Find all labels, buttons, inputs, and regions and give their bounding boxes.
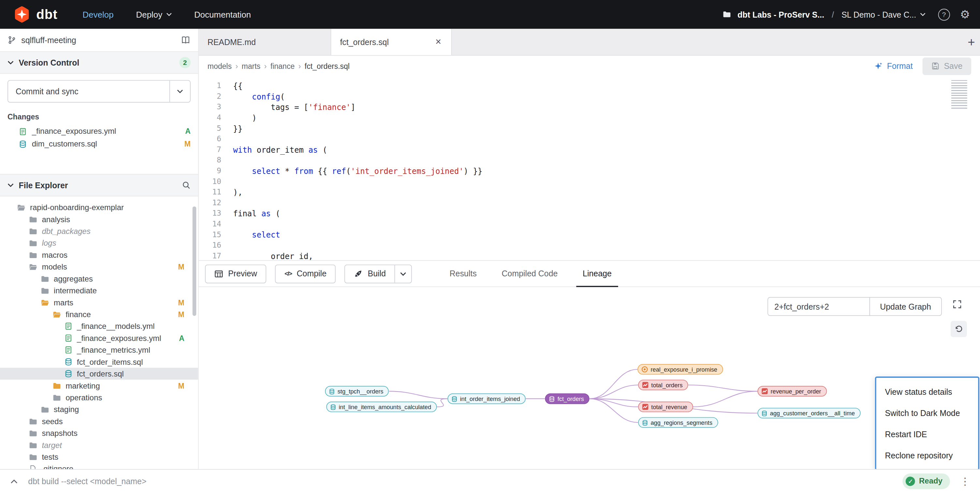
project-selector[interactable]: SL Demo - Dave C...: [842, 10, 926, 19]
tree-item-rapid-onboarding-exemplar[interactable]: rapid-onboarding-exemplar: [0, 201, 198, 213]
build-button[interactable]: Build: [345, 265, 395, 283]
git-status-badge: A: [185, 127, 191, 136]
tree-item-operations[interactable]: operations: [0, 391, 198, 403]
lineage-node-agg_customer_orders__all_time[interactable]: agg_customer_orders__all_time: [758, 408, 861, 419]
kebab-menu-icon[interactable]: ⋮: [960, 475, 970, 487]
nav-documentation[interactable]: Documentation: [194, 10, 251, 19]
folder-open-icon: [41, 298, 49, 307]
close-icon[interactable]: ×: [434, 36, 443, 48]
lineage-node-stg_tpch__orders[interactable]: stg_tpch__orders: [325, 386, 389, 397]
tab-readme[interactable]: README.md: [199, 29, 331, 55]
nav-deploy[interactable]: Deploy: [136, 10, 172, 19]
menu-item-restart-ide[interactable]: Restart IDE: [876, 423, 978, 445]
chevron-down-icon: [8, 61, 14, 65]
tree-item-_finance__models.yml[interactable]: _finance__models.yml: [0, 320, 198, 332]
chevron-down-icon: [166, 13, 172, 16]
tree-item-seeds[interactable]: seeds: [0, 415, 198, 427]
lineage-node-revenue_per_order[interactable]: revenue_per_order: [758, 386, 827, 397]
changed-file-dim_customers.sql[interactable]: dim_customers.sqlM: [0, 138, 198, 150]
tab-compiled-code[interactable]: Compiled Code: [500, 261, 559, 286]
fullscreen-icon[interactable]: [953, 300, 962, 309]
folder-icon: [29, 417, 38, 426]
tree-item-fct_order_items.sql[interactable]: fct_order_items.sql: [0, 356, 198, 368]
lineage-node-agg_regions_segments[interactable]: agg_regions_segments: [638, 417, 718, 428]
build-options-caret[interactable]: [395, 265, 411, 283]
line-number: 9: [199, 166, 221, 177]
tree-item-snapshots[interactable]: snapshots: [0, 427, 198, 439]
tab-lineage[interactable]: Lineage: [581, 261, 612, 286]
build-label: Build: [368, 269, 386, 278]
reset-view-icon[interactable]: [951, 321, 967, 337]
breadcrumb-row: models›marts›finance›fct_orders.sql Form…: [199, 56, 980, 76]
minimap[interactable]: [951, 80, 972, 109]
search-icon[interactable]: [182, 181, 191, 190]
help-icon[interactable]: ?: [938, 8, 950, 20]
account-selector[interactable]: dbt Labs - ProServ S...: [737, 10, 824, 19]
tree-item-analysis[interactable]: analysis: [0, 213, 198, 225]
commit-options-caret[interactable]: [170, 81, 190, 102]
tree-item-aggregates[interactable]: aggregates: [0, 273, 198, 284]
version-control-body: Commit and sync Changes _finance_exposur…: [0, 74, 198, 174]
lineage-selector-input[interactable]: 2+fct_orders+2: [767, 297, 870, 316]
tree-item-intermediate[interactable]: intermediate: [0, 284, 198, 296]
code-line: 6: [199, 134, 980, 145]
tree-item-.gitignore[interactable]: .gitignore: [0, 463, 198, 469]
tree-item-staging[interactable]: staging: [0, 404, 198, 415]
lineage-node-int_line_items_amounts_calculated[interactable]: int_line_items_amounts_calculated: [326, 402, 437, 412]
commit-button-label: Commit and sync: [8, 81, 170, 102]
tree-item-marts[interactable]: martsM: [0, 297, 198, 308]
version-control-title: Version Control: [19, 58, 80, 67]
nav-develop[interactable]: Develop: [83, 10, 113, 19]
breadcrumb-item-models[interactable]: models: [207, 62, 231, 70]
file-explorer-header[interactable]: File Explorer: [0, 174, 198, 196]
code-line: 12: [199, 198, 980, 208]
compile-button[interactable]: </> Compile: [275, 264, 336, 283]
dbt-logo[interactable]: dbt: [13, 5, 57, 24]
version-control-header[interactable]: Version Control 2: [0, 51, 198, 74]
breadcrumb-item-finance[interactable]: finance: [270, 62, 295, 70]
breadcrumb-item-marts[interactable]: marts: [242, 62, 261, 70]
command-input[interactable]: dbt build --select <model_name>: [28, 476, 892, 486]
menu-item-view-status-details[interactable]: View status details: [876, 381, 978, 402]
tree-item-models[interactable]: modelsM: [0, 261, 198, 272]
tree-item-tests[interactable]: tests: [0, 451, 198, 463]
docs-book-icon[interactable]: [181, 35, 191, 45]
commit-and-sync-button[interactable]: Commit and sync: [8, 80, 191, 102]
code-editor[interactable]: 1{{2 config(3 tags = ['finance']4 )5}}67…: [199, 76, 980, 260]
file-tree-scrollbar[interactable]: [192, 206, 196, 316]
lineage-node-total_orders[interactable]: total_orders: [638, 380, 688, 391]
menu-item-reclone-repository[interactable]: Reclone repository: [876, 445, 978, 466]
lineage-canvas[interactable]: stg_tpch__ordersint_line_items_amounts_c…: [199, 287, 980, 469]
new-tab-button[interactable]: +: [967, 29, 975, 55]
save-button[interactable]: Save: [923, 57, 971, 75]
tree-item-_finance_metrics.yml[interactable]: _finance_metrics.yml: [0, 344, 198, 356]
folder-open-icon: [17, 203, 26, 212]
update-graph-button[interactable]: Update Graph: [869, 297, 942, 316]
folder-icon: [29, 452, 38, 461]
panel-actions-row: Preview </> Compile Build: [199, 261, 980, 287]
line-number: 14: [199, 219, 221, 230]
format-button[interactable]: Format: [874, 61, 913, 71]
tree-item-_finance_exposures.yml[interactable]: _finance_exposures.ymlA: [0, 332, 198, 344]
lineage-node-total_revenue[interactable]: total_revenue: [638, 402, 693, 412]
tree-item-finance[interactable]: financeM: [0, 308, 198, 320]
tab-results[interactable]: Results: [448, 261, 478, 286]
file-explorer-title: File Explorer: [19, 181, 68, 190]
tree-item-fct_orders.sql[interactable]: fct_orders.sql: [0, 368, 198, 379]
tree-item-macros[interactable]: macros: [0, 249, 198, 261]
tree-item-marketing[interactable]: marketingM: [0, 380, 198, 391]
preview-button[interactable]: Preview: [205, 264, 266, 283]
gear-icon[interactable]: ⚙: [960, 9, 970, 20]
menu-item-switch-to-dark-mode[interactable]: Switch to Dark Mode: [876, 402, 978, 423]
breadcrumb-item-fct_orders.sql[interactable]: fct_orders.sql: [304, 62, 350, 70]
tab-fct-orders[interactable]: fct_orders.sql ×: [331, 29, 452, 55]
tree-item-dbt_packages[interactable]: dbt_packages: [0, 225, 198, 237]
changed-file-_finance_exposures.yml[interactable]: _finance_exposures.ymlA: [0, 125, 198, 137]
lineage-node-real_exposure_i_promise[interactable]: real_exposure_i_promise: [637, 364, 723, 375]
chevron-up-icon[interactable]: [10, 478, 18, 484]
tree-item-target[interactable]: target: [0, 439, 198, 451]
lineage-node-fct_orders[interactable]: fct_orders: [545, 393, 590, 404]
tree-item-logs[interactable]: logs: [0, 237, 198, 249]
git-branch-indicator[interactable]: sqlfluff-meeting: [0, 29, 198, 51]
lineage-node-int_order_items_joined[interactable]: int_order_items_joined: [448, 393, 526, 404]
